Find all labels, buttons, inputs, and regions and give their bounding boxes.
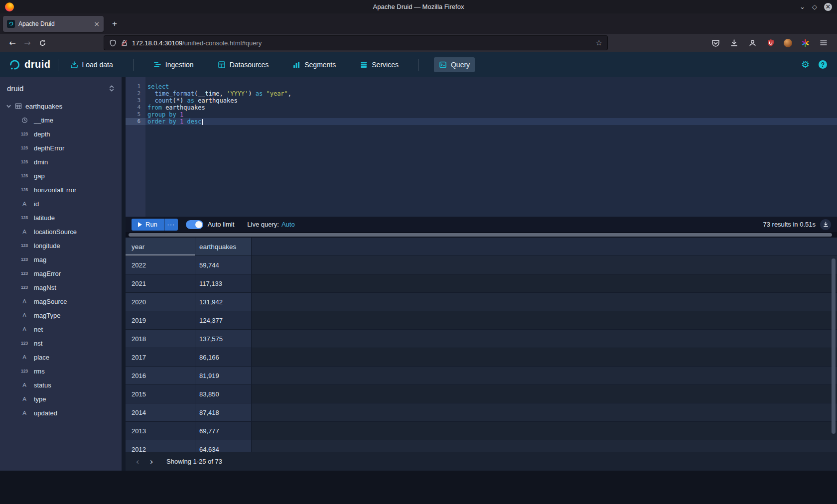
download-results-button[interactable] [820, 219, 831, 230]
ublock-icon[interactable] [765, 37, 776, 48]
column-item[interactable]: 123 A depth [0, 127, 122, 141]
cell-year[interactable]: 2012 [126, 440, 195, 452]
column-item[interactable]: 123 A latitude [0, 211, 122, 225]
new-tab-button[interactable]: + [108, 17, 122, 31]
column-item[interactable]: 123 A __time [0, 113, 122, 127]
cell-earthquakes[interactable]: 124,377 [195, 311, 252, 330]
table-row[interactable]: 2021 117,133 [126, 274, 837, 293]
cell-earthquakes[interactable]: 86,166 [195, 348, 252, 367]
cell-year[interactable]: 2014 [126, 403, 195, 422]
column-item[interactable]: 123 A rms [0, 364, 122, 378]
nav-ingestion[interactable]: Ingestion [148, 57, 199, 72]
cell-year[interactable]: 2017 [126, 348, 195, 367]
table-row[interactable]: 2015 83,850 [126, 385, 837, 403]
auto-limit-toggle[interactable] [186, 220, 203, 229]
menu-hamburger-icon[interactable] [818, 37, 829, 48]
druid-logo[interactable]: druid [8, 58, 51, 71]
live-query-value[interactable]: Auto [281, 221, 295, 228]
table-row[interactable]: 2012 64,634 [126, 440, 837, 452]
column-item[interactable]: 123 A updated [0, 406, 122, 420]
browser-tab[interactable]: Apache Druid × [3, 16, 104, 32]
window-minimize-button[interactable]: ⌄ [800, 3, 805, 10]
column-item[interactable]: 123 A locationSource [0, 225, 122, 239]
table-row[interactable]: 2019 124,377 [126, 311, 837, 330]
downloads-icon[interactable] [728, 37, 739, 48]
table-row[interactable]: 2020 131,942 [126, 293, 837, 311]
column-header-earthquakes[interactable]: earthquakes [195, 238, 252, 255]
horizontal-scrollbar-thumb[interactable] [129, 233, 832, 237]
vertical-scrollbar-thumb[interactable] [832, 258, 836, 434]
column-item[interactable]: 123 A magError [0, 266, 122, 280]
sql-editor[interactable]: 1 select 2 time_format(__time, 'YYYY') a… [126, 77, 837, 217]
cell-earthquakes[interactable]: 81,919 [195, 367, 252, 385]
column-item[interactable]: 123 A id [0, 197, 122, 211]
table-row[interactable]: 2018 137,575 [126, 330, 837, 348]
cell-earthquakes[interactable]: 137,575 [195, 330, 252, 348]
column-item[interactable]: 123 A nst [0, 336, 122, 350]
cell-earthquakes[interactable]: 83,850 [195, 385, 252, 403]
cell-year[interactable]: 2013 [126, 422, 195, 440]
cell-year[interactable]: 2019 [126, 311, 195, 330]
url-text[interactable]: 172.18.0.4:30109/unified-console.html#qu… [132, 39, 592, 47]
nav-load-data[interactable]: Load data [65, 57, 118, 72]
tracking-shield-icon[interactable] [109, 39, 117, 47]
column-item[interactable]: 123 A magSource [0, 294, 122, 308]
previous-page-button[interactable]: ‹ [131, 455, 144, 469]
column-item[interactable]: 123 A type [0, 392, 122, 406]
nav-query[interactable]: Query [434, 57, 475, 72]
window-maximize-button[interactable]: ◇ [812, 3, 817, 10]
nav-services[interactable]: Services [355, 57, 404, 72]
column-item[interactable]: 123 A dmin [0, 155, 122, 169]
cell-earthquakes[interactable]: 64,634 [195, 440, 252, 452]
pinwheel-extension-icon[interactable] [800, 37, 811, 48]
column-item[interactable]: 123 A magType [0, 308, 122, 322]
column-item[interactable]: 123 A net [0, 322, 122, 336]
table-row[interactable]: 2013 69,777 [126, 422, 837, 440]
run-button[interactable]: Run [132, 219, 164, 231]
settings-gear-icon[interactable]: ⚙ [801, 60, 810, 69]
column-item[interactable]: 123 A longitude [0, 239, 122, 252]
horizontal-scrollbar[interactable] [126, 232, 837, 238]
bookmark-star-icon[interactable]: ☆ [596, 38, 602, 47]
reload-button[interactable] [35, 36, 50, 50]
column-item[interactable]: 123 A magNst [0, 280, 122, 294]
cell-earthquakes[interactable]: 59,744 [195, 256, 252, 274]
column-item[interactable]: 123 A place [0, 350, 122, 364]
run-more-button[interactable]: ··· [164, 219, 178, 231]
chevron-down-icon[interactable] [6, 104, 11, 109]
cell-earthquakes[interactable]: 69,777 [195, 422, 252, 440]
cell-year[interactable]: 2015 [126, 385, 195, 403]
tab-close-icon[interactable]: × [94, 20, 100, 28]
cell-year[interactable]: 2020 [126, 293, 195, 311]
column-item[interactable]: 123 A mag [0, 252, 122, 266]
column-item[interactable]: 123 A depthError [0, 141, 122, 155]
window-close-button[interactable]: ✕ [824, 3, 832, 11]
cell-year[interactable]: 2016 [126, 367, 195, 385]
column-item[interactable]: 123 A status [0, 378, 122, 392]
nav-datasources[interactable]: Datasources [213, 57, 274, 72]
table-row[interactable]: 2017 86,166 [126, 348, 837, 367]
next-page-button[interactable]: › [144, 455, 158, 469]
account-icon[interactable] [747, 37, 758, 48]
cell-year[interactable]: 2021 [126, 274, 195, 293]
table-row[interactable]: 2022 59,744 [126, 256, 837, 274]
extension-avatar-icon[interactable] [784, 39, 792, 47]
help-icon[interactable]: ? [819, 60, 827, 69]
table-row[interactable]: 2016 81,919 [126, 367, 837, 385]
cell-earthquakes[interactable]: 117,133 [195, 274, 252, 293]
forward-button[interactable]: → [20, 36, 35, 50]
table-tree-item[interactable]: earthquakes [0, 99, 122, 113]
back-button[interactable]: ← [5, 36, 20, 50]
column-header-year[interactable]: year [126, 238, 195, 255]
cell-year[interactable]: 2018 [126, 330, 195, 348]
cell-earthquakes[interactable]: 87,418 [195, 403, 252, 422]
nav-segments[interactable]: Segments [287, 57, 341, 72]
column-item[interactable]: 123 A horizontalError [0, 183, 122, 197]
sort-columns-icon[interactable] [109, 85, 115, 92]
url-bar[interactable]: 172.18.0.4:30109/unified-console.html#qu… [104, 35, 608, 50]
table-row[interactable]: 2014 87,418 [126, 403, 837, 422]
column-item[interactable]: 123 A gap [0, 169, 122, 183]
cell-earthquakes[interactable]: 131,942 [195, 293, 252, 311]
insecure-lock-icon[interactable] [121, 39, 128, 47]
pocket-icon[interactable] [710, 37, 721, 48]
